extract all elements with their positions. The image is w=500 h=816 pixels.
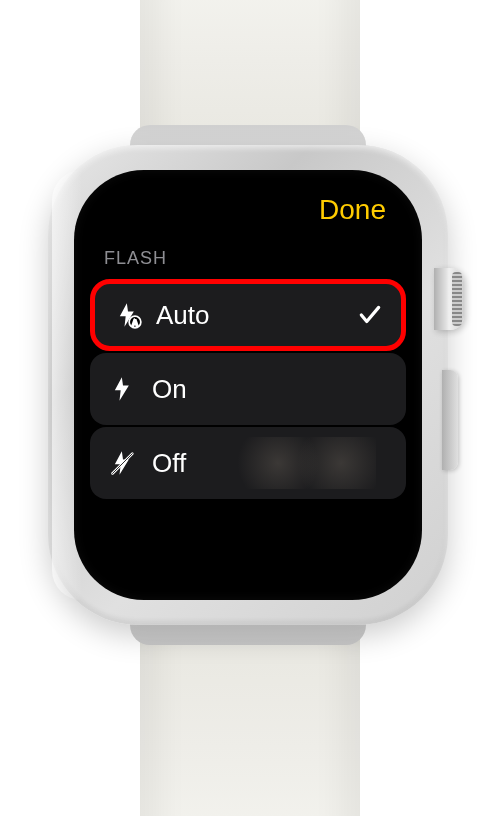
flash-option-auto[interactable]: A Auto	[90, 279, 406, 351]
flash-option-on[interactable]: On	[90, 353, 406, 425]
header: Done	[90, 188, 406, 242]
digital-crown[interactable]	[434, 268, 464, 330]
flash-off-icon	[108, 448, 138, 478]
flash-auto-icon: A	[113, 300, 143, 330]
svg-text:A: A	[132, 319, 138, 328]
flash-section-label: FLASH	[90, 242, 406, 279]
side-button[interactable]	[442, 370, 458, 470]
done-button[interactable]: Done	[319, 194, 386, 226]
flash-options-list: A Auto On	[90, 279, 406, 499]
flash-option-off-label: Off	[152, 448, 388, 479]
flash-on-icon	[108, 374, 138, 404]
flash-option-off[interactable]: Off	[90, 427, 406, 499]
watch-band-bottom	[140, 616, 360, 816]
flash-option-on-label: On	[152, 374, 388, 405]
watch-screen: Done FLASH A Auto	[74, 170, 422, 600]
screen-content: Done FLASH A Auto	[74, 170, 422, 600]
checkmark-icon	[357, 302, 383, 328]
flash-option-auto-label: Auto	[156, 300, 343, 331]
